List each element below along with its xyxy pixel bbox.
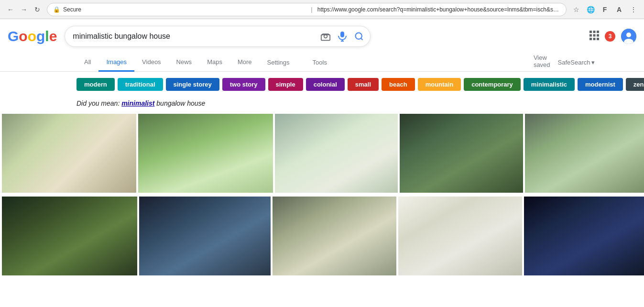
- forward-button[interactable]: →: [18, 4, 30, 15]
- svg-rect-6: [597, 31, 599, 33]
- search-submit-button[interactable]: [352, 30, 366, 43]
- view-saved-link[interactable]: View saved: [534, 54, 550, 71]
- chip-traditional[interactable]: traditional: [118, 78, 163, 91]
- chip-simple[interactable]: simple: [268, 78, 303, 91]
- tab-maps[interactable]: Maps: [199, 54, 230, 72]
- image-8[interactable]: [273, 197, 396, 275]
- image-row-1: [2, 114, 644, 193]
- svg-point-14: [626, 33, 631, 37]
- logo-o2: o: [28, 28, 36, 44]
- camera-search-button[interactable]: [319, 30, 332, 43]
- google-logo[interactable]: Google: [8, 28, 57, 44]
- svg-rect-10: [589, 38, 592, 40]
- svg-rect-2: [340, 32, 344, 37]
- safe-search-dropdown[interactable]: SafeSearch ▾: [558, 54, 595, 71]
- image-4[interactable]: [400, 114, 523, 193]
- chip-modernist[interactable]: modernist: [578, 78, 623, 91]
- logo-e: e: [49, 28, 57, 44]
- logo-g: G: [8, 28, 19, 44]
- search-icons: [319, 29, 366, 44]
- image-6[interactable]: [2, 197, 137, 275]
- chip-small[interactable]: small: [348, 78, 379, 91]
- apps-grid-button[interactable]: [589, 31, 599, 43]
- svg-rect-12: [597, 38, 599, 40]
- svg-point-3: [356, 33, 362, 39]
- image-10[interactable]: [524, 197, 644, 275]
- image-2[interactable]: [138, 114, 273, 193]
- image-7[interactable]: [139, 197, 271, 275]
- image-3[interactable]: [275, 114, 398, 193]
- safe-search-label: SafeSearch: [558, 59, 590, 66]
- search-tabs: All Images Videos News Maps More Setting…: [0, 54, 644, 72]
- tab-all[interactable]: All: [76, 54, 98, 72]
- svg-rect-8: [593, 34, 596, 36]
- settings-link[interactable]: Settings: [260, 54, 297, 71]
- tab-news[interactable]: News: [169, 54, 200, 72]
- header-right: 3: [589, 29, 636, 44]
- reload-button[interactable]: ↻: [32, 4, 43, 15]
- secure-label: Secure: [63, 6, 306, 13]
- browser-actions: ☆ 🌐 F A ⋮: [570, 4, 639, 15]
- did-you-mean-prefix: Did you mean:: [76, 99, 121, 107]
- extension-globe-button[interactable]: 🌐: [585, 4, 596, 15]
- browser-chrome: ← → ↻ 🔒 Secure | https://www.google.com/…: [0, 0, 644, 19]
- url-text: https://www.google.com/search?q=minimali…: [317, 6, 560, 13]
- user-avatar[interactable]: [621, 29, 636, 44]
- tab-images[interactable]: Images: [98, 54, 134, 72]
- tab-right-actions: Settings Tools View saved SafeSearch ▾: [260, 54, 595, 71]
- chip-two-story[interactable]: two story: [222, 78, 265, 91]
- svg-rect-4: [589, 31, 592, 33]
- svg-rect-9: [597, 34, 599, 36]
- chip-single-storey[interactable]: single storey: [166, 78, 219, 91]
- chip-contemporary[interactable]: contemporary: [464, 78, 521, 91]
- bookmark-button[interactable]: ☆: [570, 4, 582, 15]
- chip-modern[interactable]: modern: [76, 78, 115, 91]
- logo-o1: o: [19, 28, 27, 44]
- chip-minimalistic[interactable]: minimalistic: [524, 78, 575, 91]
- filter-chips: modern traditional single storey two sto…: [0, 72, 644, 97]
- voice-search-button[interactable]: [336, 29, 349, 44]
- nav-buttons: ← → ↻: [5, 4, 43, 15]
- image-1[interactable]: [2, 114, 136, 193]
- did-you-mean-rest: bungalow house: [154, 99, 205, 107]
- safe-search-chevron: ▾: [591, 59, 595, 66]
- address-separator: |: [311, 6, 312, 13]
- tab-more[interactable]: More: [230, 54, 260, 72]
- image-9[interactable]: [398, 197, 522, 275]
- notification-badge[interactable]: 3: [605, 31, 615, 42]
- logo-g2: g: [36, 28, 45, 44]
- address-bar[interactable]: 🔒 Secure | https://www.google.com/search…: [47, 3, 567, 16]
- svg-point-0: [324, 35, 327, 38]
- svg-rect-7: [589, 34, 592, 36]
- lock-icon: 🔒: [53, 6, 60, 13]
- extension-f-button[interactable]: F: [599, 4, 611, 15]
- image-grid: [0, 110, 644, 277]
- chip-mountain[interactable]: mountain: [418, 78, 461, 91]
- did-you-mean: Did you mean: minimalist bungalow house: [0, 97, 644, 110]
- google-header: Google: [0, 19, 644, 54]
- logo-l: l: [45, 28, 49, 44]
- back-button[interactable]: ←: [5, 4, 16, 15]
- chip-zen[interactable]: zen: [626, 78, 644, 91]
- did-you-mean-link[interactable]: minimalist: [121, 99, 154, 107]
- image-5[interactable]: [525, 114, 644, 193]
- chip-colonial[interactable]: colonial: [306, 78, 345, 91]
- chrome-menu-button[interactable]: ⋮: [628, 4, 639, 15]
- extension-a-button[interactable]: A: [613, 4, 625, 15]
- search-bar-container: [65, 26, 371, 47]
- tools-link[interactable]: Tools: [305, 54, 335, 71]
- image-row-2: [2, 197, 644, 275]
- svg-rect-5: [593, 31, 596, 33]
- tab-videos[interactable]: Videos: [134, 54, 169, 72]
- svg-rect-11: [593, 38, 596, 40]
- chip-beach[interactable]: beach: [382, 78, 415, 91]
